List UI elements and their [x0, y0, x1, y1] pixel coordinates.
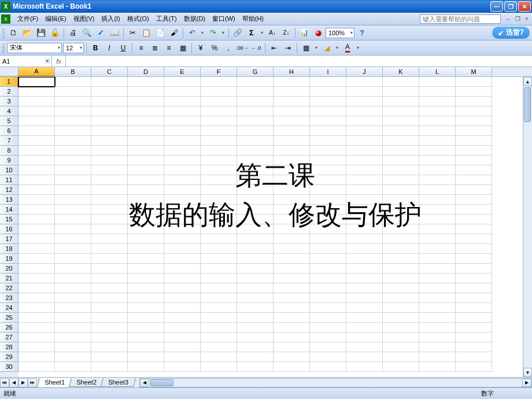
horizontal-scrollbar[interactable]: ◀ ▶ — [139, 378, 532, 387]
cell-I8[interactable] — [310, 146, 346, 156]
cell-I30[interactable] — [310, 362, 346, 372]
cell-G8[interactable] — [237, 146, 274, 156]
cell-C8[interactable] — [91, 146, 128, 156]
tab-first-button[interactable]: ⏮ — [0, 378, 9, 387]
cell-D24[interactable] — [128, 303, 164, 313]
cell-I12[interactable] — [310, 185, 346, 195]
cell-M1[interactable] — [456, 77, 492, 87]
cell-B11[interactable] — [55, 175, 91, 185]
cell-C29[interactable] — [91, 352, 128, 362]
scroll-down-button[interactable]: ▼ — [523, 368, 532, 377]
row-header-22[interactable]: 22 — [0, 283, 19, 293]
cell-K19[interactable] — [383, 254, 419, 264]
cell-D14[interactable] — [128, 205, 164, 215]
cell-D29[interactable] — [128, 352, 164, 362]
cell-G22[interactable] — [237, 283, 274, 293]
menu-edit[interactable]: 编辑(E) — [42, 13, 70, 24]
cell-G29[interactable] — [237, 352, 274, 362]
cell-K14[interactable] — [383, 205, 419, 215]
cell-B30[interactable] — [55, 362, 91, 372]
cell-F12[interactable] — [201, 185, 237, 195]
cell-G2[interactable] — [237, 87, 274, 97]
cell-E8[interactable] — [164, 146, 201, 156]
autosum-dropdown[interactable]: ▾ — [259, 30, 265, 35]
cell-A29[interactable] — [19, 352, 55, 362]
cell-K20[interactable] — [383, 264, 419, 274]
scroll-up-button[interactable]: ▲ — [523, 77, 532, 86]
cell-E27[interactable] — [164, 332, 201, 342]
paste-button[interactable]: 📄 — [154, 27, 167, 39]
cell-C16[interactable] — [91, 224, 128, 234]
cell-G7[interactable] — [237, 136, 274, 146]
cell-J10[interactable] — [346, 165, 383, 175]
decrease-decimal-button[interactable]: ←.0 — [250, 42, 263, 54]
row-header-3[interactable]: 3 — [0, 97, 19, 106]
underline-button[interactable]: U — [117, 42, 130, 54]
cell-F17[interactable] — [201, 234, 237, 244]
cell-E28[interactable] — [164, 342, 201, 352]
column-header-D[interactable]: D — [128, 67, 164, 76]
cell-L14[interactable] — [419, 205, 456, 215]
cell-K7[interactable] — [383, 136, 419, 146]
cell-A7[interactable] — [19, 136, 55, 146]
cell-E3[interactable] — [164, 97, 201, 106]
menu-insert[interactable]: 插入(I) — [98, 13, 123, 24]
cell-C12[interactable] — [91, 185, 128, 195]
cell-F15[interactable] — [201, 215, 237, 224]
cell-I6[interactable] — [310, 126, 346, 136]
cell-F4[interactable] — [201, 106, 237, 116]
cell-I25[interactable] — [310, 313, 346, 323]
cell-D10[interactable] — [128, 165, 164, 175]
cell-K5[interactable] — [383, 116, 419, 126]
cell-D16[interactable] — [128, 224, 164, 234]
cell-A20[interactable] — [19, 264, 55, 274]
cell-A16[interactable] — [19, 224, 55, 234]
cell-B9[interactable] — [55, 156, 91, 165]
cell-E9[interactable] — [164, 156, 201, 165]
borders-button[interactable]: ▦ — [300, 42, 312, 54]
cell-F20[interactable] — [201, 264, 237, 274]
cell-J19[interactable] — [346, 254, 383, 264]
column-header-G[interactable]: G — [237, 67, 274, 76]
cell-E12[interactable] — [164, 185, 201, 195]
cell-H30[interactable] — [274, 362, 310, 372]
align-left-button[interactable]: ≡ — [135, 42, 147, 54]
cell-G3[interactable] — [237, 97, 274, 106]
cell-B16[interactable] — [55, 224, 91, 234]
cell-C4[interactable] — [91, 106, 128, 116]
cell-C27[interactable] — [91, 332, 128, 342]
row-header-24[interactable]: 24 — [0, 303, 19, 313]
brand-badge[interactable]: ↙ 迅雷7 — [492, 27, 530, 39]
cell-K9[interactable] — [383, 156, 419, 165]
cell-J14[interactable] — [346, 205, 383, 215]
cell-G28[interactable] — [237, 342, 274, 352]
cell-M19[interactable] — [456, 254, 492, 264]
cell-B26[interactable] — [55, 323, 91, 332]
cell-M4[interactable] — [456, 106, 492, 116]
maximize-button[interactable]: ❐ — [504, 1, 517, 12]
cell-D4[interactable] — [128, 106, 164, 116]
cell-L12[interactable] — [419, 185, 456, 195]
cell-J11[interactable] — [346, 175, 383, 185]
cell-H11[interactable] — [274, 175, 310, 185]
cell-H18[interactable] — [274, 244, 310, 254]
cell-I27[interactable] — [310, 332, 346, 342]
cell-L24[interactable] — [419, 303, 456, 313]
cell-D15[interactable] — [128, 215, 164, 224]
cell-K21[interactable] — [383, 274, 419, 283]
cell-G16[interactable] — [237, 224, 274, 234]
toolbar-grip[interactable] — [2, 43, 5, 53]
mdi-close-button[interactable]: × — [523, 15, 531, 23]
cell-J20[interactable] — [346, 264, 383, 274]
cell-A22[interactable] — [19, 283, 55, 293]
cell-L19[interactable] — [419, 254, 456, 264]
cell-M24[interactable] — [456, 303, 492, 313]
cell-F27[interactable] — [201, 332, 237, 342]
column-header-C[interactable]: C — [91, 67, 128, 76]
cell-L27[interactable] — [419, 332, 456, 342]
row-header-30[interactable]: 30 — [0, 362, 19, 372]
cell-B6[interactable] — [55, 126, 91, 136]
row-header-11[interactable]: 11 — [0, 175, 19, 185]
cell-G6[interactable] — [237, 126, 274, 136]
cell-K28[interactable] — [383, 342, 419, 352]
